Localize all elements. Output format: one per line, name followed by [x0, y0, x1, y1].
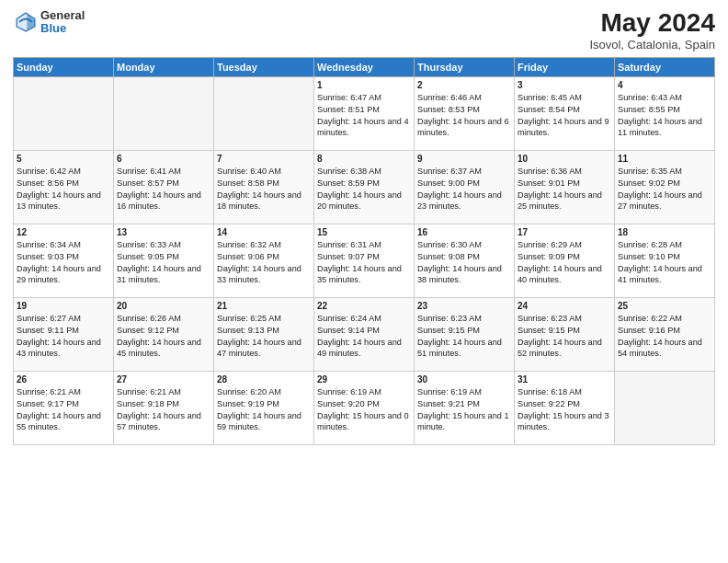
day-number: 9: [417, 154, 511, 164]
logo-blue-text: Blue: [40, 22, 85, 35]
sunrise: Sunrise: 6:23 AM: [417, 314, 482, 323]
sunrise: Sunrise: 6:37 AM: [417, 167, 482, 176]
daylight: Daylight: 14 hours and 41 minutes.: [618, 264, 702, 285]
sunset: Sunset: 8:54 PM: [518, 105, 580, 114]
sunset: Sunset: 9:14 PM: [317, 326, 380, 335]
daylight: Daylight: 14 hours and 57 minutes.: [117, 411, 201, 432]
day-number: 15: [317, 227, 411, 237]
day-number: 29: [317, 374, 411, 385]
day-cell: 11Sunrise: 6:35 AMSunset: 9:02 PMDayligh…: [615, 150, 715, 224]
day-info: Sunrise: 6:45 AMSunset: 8:54 PMDaylight:…: [518, 92, 611, 140]
daylight: Daylight: 15 hours and 0 minutes.: [317, 411, 409, 432]
sunset: Sunset: 9:07 PM: [317, 252, 380, 261]
sunrise: Sunrise: 6:19 AM: [417, 387, 482, 396]
day-cell: 12Sunrise: 6:34 AMSunset: 9:03 PMDayligh…: [14, 224, 114, 297]
week-row-3: 19Sunrise: 6:27 AMSunset: 9:11 PMDayligh…: [14, 297, 715, 371]
sunset: Sunset: 9:09 PM: [518, 252, 580, 261]
daylight: Daylight: 14 hours and 45 minutes.: [117, 338, 201, 359]
sunset: Sunset: 8:58 PM: [217, 178, 279, 188]
day-info: Sunrise: 6:29 AMSunset: 9:09 PMDaylight:…: [518, 239, 611, 287]
day-info: Sunrise: 6:32 AMSunset: 9:06 PMDaylight:…: [217, 239, 311, 287]
sunset: Sunset: 9:21 PM: [417, 399, 480, 408]
weekday-header-sunday: Sunday: [14, 57, 114, 76]
daylight: Daylight: 14 hours and 51 minutes.: [417, 338, 502, 359]
day-cell: [615, 371, 715, 444]
day-info: Sunrise: 6:43 AMSunset: 8:55 PMDaylight:…: [618, 92, 711, 140]
sunrise: Sunrise: 6:23 AM: [518, 314, 582, 323]
day-cell: 29Sunrise: 6:19 AMSunset: 9:20 PMDayligh…: [314, 371, 415, 444]
day-cell: 30Sunrise: 6:19 AMSunset: 9:21 PMDayligh…: [415, 371, 515, 444]
daylight: Daylight: 14 hours and 43 minutes.: [17, 338, 101, 359]
day-info: Sunrise: 6:21 AMSunset: 9:17 PMDaylight:…: [17, 386, 110, 434]
day-number: 13: [117, 227, 210, 237]
calendar-table: SundayMondayTuesdayWednesdayThursdayFrid…: [13, 57, 715, 445]
day-info: Sunrise: 6:30 AMSunset: 9:08 PMDaylight:…: [417, 239, 511, 287]
day-number: 24: [518, 301, 611, 311]
daylight: Daylight: 14 hours and 11 minutes.: [618, 117, 702, 138]
daylight: Daylight: 14 hours and 4 minutes.: [317, 117, 409, 138]
sunrise: Sunrise: 6:27 AM: [17, 314, 81, 323]
day-number: 17: [518, 227, 611, 237]
sunrise: Sunrise: 6:22 AM: [618, 314, 682, 323]
day-info: Sunrise: 6:36 AMSunset: 9:01 PMDaylight:…: [518, 166, 611, 213]
daylight: Daylight: 15 hours and 1 minute.: [417, 411, 509, 432]
sunset: Sunset: 9:10 PM: [618, 252, 680, 261]
sunrise: Sunrise: 6:47 AM: [317, 93, 381, 102]
sunrise: Sunrise: 6:20 AM: [217, 387, 281, 396]
sunset: Sunset: 9:12 PM: [117, 326, 179, 335]
day-number: 5: [17, 154, 110, 164]
day-cell: 24Sunrise: 6:23 AMSunset: 9:15 PMDayligh…: [515, 297, 615, 371]
weekday-header-tuesday: Tuesday: [214, 57, 314, 76]
sunrise: Sunrise: 6:32 AM: [217, 240, 281, 249]
sunrise: Sunrise: 6:24 AM: [317, 314, 381, 323]
sunset: Sunset: 9:17 PM: [17, 399, 79, 408]
day-number: 28: [217, 374, 311, 385]
sunset: Sunset: 9:06 PM: [217, 252, 279, 261]
day-number: 16: [417, 227, 511, 237]
sunrise: Sunrise: 6:34 AM: [17, 240, 81, 249]
sunrise: Sunrise: 6:31 AM: [317, 240, 381, 249]
sunrise: Sunrise: 6:38 AM: [317, 167, 381, 176]
day-number: 27: [117, 374, 210, 385]
day-cell: 22Sunrise: 6:24 AMSunset: 9:14 PMDayligh…: [314, 297, 415, 371]
daylight: Daylight: 14 hours and 29 minutes.: [17, 264, 101, 285]
title-block: May 2024 Isovol, Catalonia, Spain: [589, 9, 715, 52]
daylight: Daylight: 14 hours and 31 minutes.: [117, 264, 201, 285]
day-cell: [14, 76, 114, 150]
week-row-2: 12Sunrise: 6:34 AMSunset: 9:03 PMDayligh…: [14, 224, 715, 297]
sunrise: Sunrise: 6:21 AM: [117, 387, 181, 396]
day-info: Sunrise: 6:23 AMSunset: 9:15 PMDaylight:…: [518, 313, 611, 361]
sunset: Sunset: 8:56 PM: [17, 178, 79, 188]
day-info: Sunrise: 6:42 AMSunset: 8:56 PMDaylight:…: [17, 166, 110, 213]
sunset: Sunset: 9:00 PM: [417, 178, 480, 188]
sunrise: Sunrise: 6:18 AM: [518, 387, 582, 396]
sunrise: Sunrise: 6:46 AM: [417, 93, 482, 102]
day-number: 14: [217, 227, 311, 237]
day-cell: 6Sunrise: 6:41 AMSunset: 8:57 PMDaylight…: [114, 150, 214, 224]
day-number: 8: [317, 154, 411, 164]
logo-text: General Blue: [40, 9, 85, 36]
day-number: 6: [117, 154, 210, 164]
day-info: Sunrise: 6:33 AMSunset: 9:05 PMDaylight:…: [117, 239, 210, 287]
day-number: 10: [518, 154, 611, 164]
sunrise: Sunrise: 6:36 AM: [518, 167, 582, 176]
week-row-1: 5Sunrise: 6:42 AMSunset: 8:56 PMDaylight…: [14, 150, 715, 224]
day-cell: 16Sunrise: 6:30 AMSunset: 9:08 PMDayligh…: [415, 224, 515, 297]
sunset: Sunset: 8:53 PM: [417, 105, 480, 114]
day-cell: 7Sunrise: 6:40 AMSunset: 8:58 PMDaylight…: [214, 150, 314, 224]
day-cell: 31Sunrise: 6:18 AMSunset: 9:22 PMDayligh…: [515, 371, 615, 444]
day-cell: 10Sunrise: 6:36 AMSunset: 9:01 PMDayligh…: [515, 150, 615, 224]
day-info: Sunrise: 6:34 AMSunset: 9:03 PMDaylight:…: [17, 239, 110, 287]
sunrise: Sunrise: 6:41 AM: [117, 167, 181, 176]
day-cell: [114, 76, 214, 150]
daylight: Daylight: 14 hours and 13 minutes.: [17, 190, 101, 212]
month-title: May 2024: [589, 9, 715, 38]
weekday-header-thursday: Thursday: [415, 57, 515, 76]
daylight: Daylight: 14 hours and 40 minutes.: [518, 264, 602, 285]
day-info: Sunrise: 6:24 AMSunset: 9:14 PMDaylight:…: [317, 313, 411, 361]
sunrise: Sunrise: 6:29 AM: [518, 240, 582, 249]
sunrise: Sunrise: 6:21 AM: [17, 387, 81, 396]
sunset: Sunset: 9:15 PM: [417, 326, 480, 335]
day-info: Sunrise: 6:37 AMSunset: 9:00 PMDaylight:…: [417, 166, 511, 213]
day-number: 7: [217, 154, 311, 164]
